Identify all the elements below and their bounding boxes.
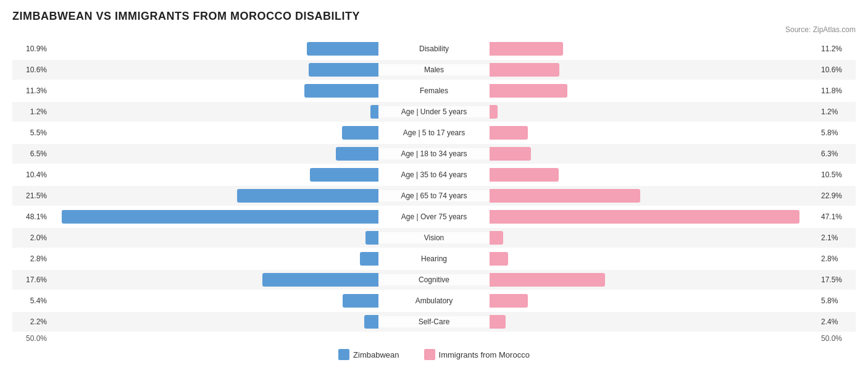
axis-row: 50.0% 50.0%: [12, 334, 856, 343]
left-bar-container: [49, 231, 378, 245]
bar-row: 2.0% Vision 2.1%: [12, 228, 856, 248]
right-bar: [490, 126, 528, 140]
left-bar: [365, 231, 378, 245]
right-value: 1.2%: [819, 107, 856, 116]
legend-morocco-label: Immigrants from Morocco: [439, 350, 530, 359]
left-bar: [262, 273, 378, 287]
bar-row: 10.9% Disability 11.2%: [12, 39, 856, 59]
axis-right-label: 50.0%: [819, 334, 856, 343]
right-value: 47.1%: [819, 212, 856, 221]
right-bar-container: [490, 252, 819, 266]
right-bar: [490, 105, 498, 119]
left-bar-container: [49, 63, 378, 77]
bar-row: 6.5% Age | 18 to 34 years 6.3%: [12, 144, 856, 164]
right-bar-container: [490, 84, 819, 98]
legend: Zimbabwean Immigrants from Morocco: [12, 349, 856, 360]
left-bar: [342, 126, 378, 140]
chart-area: 10.9% Disability 11.2% 10.6% Males 10.6%…: [12, 39, 856, 332]
bar-row: 10.4% Age | 35 to 64 years 10.5%: [12, 165, 856, 185]
left-value: 21.5%: [12, 191, 49, 200]
bar-row: 5.5% Age | 5 to 17 years 5.8%: [12, 123, 856, 143]
left-bar: [370, 105, 378, 119]
bar-label: Age | 18 to 34 years: [378, 148, 490, 159]
bar-label: Hearing: [378, 253, 490, 264]
bar-label: Ambulatory: [378, 295, 490, 306]
bar-row: 17.6% Cognitive 17.5%: [12, 270, 856, 290]
right-value: 10.6%: [819, 65, 856, 74]
source-label: Source: ZipAtlas.com: [12, 25, 856, 34]
right-bar-container: [490, 126, 819, 140]
left-bar-container: [49, 126, 378, 140]
bar-row: 5.4% Ambulatory 5.8%: [12, 291, 856, 311]
right-bar: [490, 294, 528, 308]
left-bar: [309, 63, 378, 77]
left-value: 48.1%: [12, 212, 49, 221]
bar-row: 2.2% Self-Care 2.4%: [12, 312, 856, 332]
right-bar-container: [490, 273, 819, 287]
right-bar: [490, 63, 559, 77]
left-bar: [336, 147, 378, 161]
bar-row: 2.8% Hearing 2.8%: [12, 249, 856, 269]
axis-left-label: 50.0%: [12, 334, 49, 343]
right-value: 5.8%: [819, 296, 856, 305]
right-bar-container: [490, 168, 819, 182]
right-bar: [490, 147, 531, 161]
legend-zimbabwean-label: Zimbabwean: [353, 350, 399, 359]
left-value: 5.5%: [12, 128, 49, 137]
bar-label: Age | 65 to 74 years: [378, 190, 490, 201]
right-bar-container: [490, 189, 819, 203]
bar-row: 11.3% Females 11.8%: [12, 81, 856, 101]
bar-label: Cognitive: [378, 274, 490, 285]
right-bar-container: [490, 42, 819, 56]
left-bar-container: [49, 210, 378, 224]
left-value: 2.0%: [12, 233, 49, 242]
right-bar-container: [490, 210, 819, 224]
left-value: 11.3%: [12, 86, 49, 95]
right-bar: [490, 168, 559, 182]
bar-label: Males: [378, 64, 490, 75]
right-bar: [490, 252, 508, 266]
legend-morocco-box: [424, 349, 435, 360]
right-bar-container: [490, 231, 819, 245]
right-value: 11.8%: [819, 86, 856, 95]
right-value: 22.9%: [819, 191, 856, 200]
right-bar: [490, 189, 640, 203]
right-bar-container: [490, 105, 819, 119]
right-value: 10.5%: [819, 170, 856, 179]
right-bar: [490, 42, 563, 56]
right-bar: [490, 84, 567, 98]
bar-label: Age | Under 5 years: [378, 106, 490, 117]
left-bar-container: [49, 294, 378, 308]
bar-label: Females: [378, 85, 490, 96]
left-bar-container: [49, 189, 378, 203]
bar-label: Disability: [378, 43, 490, 54]
bar-label: Age | Over 75 years: [378, 211, 490, 222]
left-bar-container: [49, 42, 378, 56]
left-bar-container: [49, 147, 378, 161]
left-bar: [343, 294, 378, 308]
right-value: 6.3%: [819, 149, 856, 158]
left-value: 6.5%: [12, 149, 49, 158]
left-value: 17.6%: [12, 275, 49, 284]
bar-row: 21.5% Age | 65 to 74 years 22.9%: [12, 186, 856, 206]
bar-label: Age | 5 to 17 years: [378, 127, 490, 138]
left-bar-container: [49, 315, 378, 329]
bar-row: 48.1% Age | Over 75 years 47.1%: [12, 207, 856, 227]
left-bar-container: [49, 273, 378, 287]
right-bar: [490, 231, 503, 245]
bar-row: 10.6% Males 10.6%: [12, 60, 856, 80]
left-value: 2.8%: [12, 254, 49, 263]
right-value: 2.8%: [819, 254, 856, 263]
left-value: 1.2%: [12, 107, 49, 116]
chart-title: ZIMBABWEAN VS IMMIGRANTS FROM MOROCCO DI…: [12, 10, 856, 23]
right-value: 2.1%: [819, 233, 856, 242]
bar-label: Age | 35 to 64 years: [378, 169, 490, 180]
right-bar-container: [490, 294, 819, 308]
legend-morocco: Immigrants from Morocco: [424, 349, 530, 360]
legend-zimbabwean: Zimbabwean: [338, 349, 399, 360]
legend-zimbabwean-box: [338, 349, 349, 360]
right-value: 2.4%: [819, 317, 856, 326]
left-value: 10.6%: [12, 65, 49, 74]
right-bar-container: [490, 315, 819, 329]
left-bar: [62, 210, 378, 224]
